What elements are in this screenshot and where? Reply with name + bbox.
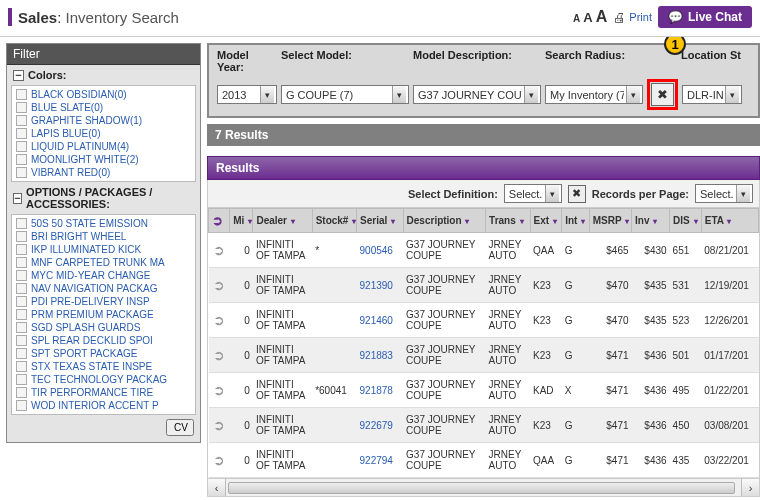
cell-serial[interactable]: 922794 bbox=[357, 443, 404, 478]
checkbox-icon[interactable] bbox=[16, 128, 27, 139]
scroll-left-button[interactable]: ‹ bbox=[208, 479, 226, 496]
filter-color-item[interactable]: MOONLIGHT WHITE(2) bbox=[14, 153, 193, 166]
checkbox-icon[interactable] bbox=[16, 231, 27, 242]
collapse-icon[interactable]: − bbox=[13, 70, 24, 81]
filter-option-item[interactable]: NAV NAVIGATION PACKAG bbox=[14, 282, 193, 295]
row-go-button[interactable]: ➲ bbox=[209, 373, 230, 408]
filter-option-item[interactable]: MNF CARPETED TRUNK MA bbox=[14, 256, 193, 269]
row-go-button[interactable]: ➲ bbox=[209, 408, 230, 443]
checkbox-icon[interactable] bbox=[16, 167, 27, 178]
filter-option-item[interactable]: TIR PERFORMANCE TIRE bbox=[14, 386, 193, 399]
filter-option-item[interactable]: SPL REAR DECKLID SPOI bbox=[14, 334, 193, 347]
checkbox-icon[interactable] bbox=[16, 154, 27, 165]
filter-color-item[interactable]: LIQUID PLATINUM(4) bbox=[14, 140, 193, 153]
column-header[interactable]: Trans ▾ bbox=[486, 209, 530, 233]
filter-option-item[interactable]: WOD INTERIOR ACCENT P bbox=[14, 399, 193, 412]
cell-serial[interactable]: 921878 bbox=[357, 373, 404, 408]
select-definition-select[interactable]: Select...▾ bbox=[504, 184, 562, 203]
filter-color-item[interactable]: BLACK OBSIDIAN(0) bbox=[14, 88, 193, 101]
model-year-select[interactable]: 2013▾ bbox=[217, 85, 277, 104]
cell-dealer: INFINITI OF TAMPA bbox=[253, 268, 312, 303]
column-header[interactable]: Dealer ▾ bbox=[253, 209, 312, 233]
row-go-button[interactable]: ➲ bbox=[209, 303, 230, 338]
grid-settings-button[interactable]: ✖ bbox=[568, 185, 586, 203]
checkbox-icon[interactable] bbox=[16, 309, 27, 320]
checkbox-icon[interactable] bbox=[16, 115, 27, 126]
filter-options-header[interactable]: − OPTIONS / PACKAGES / ACCESSORIES: bbox=[7, 182, 200, 214]
model-description-select[interactable]: G37 JOURNEY COUPE (7)▾ bbox=[413, 85, 541, 104]
filter-color-item[interactable]: GRAPHITE SHADOW(1) bbox=[14, 114, 193, 127]
checkbox-icon[interactable] bbox=[16, 335, 27, 346]
cell-serial[interactable]: 921460 bbox=[357, 303, 404, 338]
checkbox-icon[interactable] bbox=[16, 102, 27, 113]
radius-settings-button[interactable]: ✖ bbox=[651, 83, 674, 106]
filter-colors-list[interactable]: BLACK OBSIDIAN(0)BLUE SLATE(0)GRAPHITE S… bbox=[11, 85, 196, 182]
row-go-button[interactable]: ➲ bbox=[209, 233, 230, 268]
model-select[interactable]: G COUPE (7)▾ bbox=[281, 85, 409, 104]
column-header[interactable]: Description ▾ bbox=[403, 209, 486, 233]
filter-option-item[interactable]: BRI BRIGHT WHEEL bbox=[14, 230, 193, 243]
collapse-icon[interactable]: − bbox=[13, 193, 22, 204]
horizontal-scrollbar[interactable]: ‹ › bbox=[207, 479, 760, 497]
column-header[interactable]: ETA ▾ bbox=[701, 209, 758, 233]
checkbox-icon[interactable] bbox=[16, 270, 27, 281]
checkbox-icon[interactable] bbox=[16, 283, 27, 294]
column-header[interactable]: Stock# ▾ bbox=[312, 209, 356, 233]
filter-option-item[interactable]: PDI PRE-DELIVERY INSP bbox=[14, 295, 193, 308]
cell-serial[interactable]: 900546 bbox=[357, 233, 404, 268]
filter-color-item[interactable]: BLUE SLATE(0) bbox=[14, 101, 193, 114]
search-radius-select[interactable]: My Inventory (7)▾ bbox=[545, 85, 643, 104]
column-header[interactable]: Mi ▾ bbox=[230, 209, 253, 233]
records-per-page-select[interactable]: Select...▾ bbox=[695, 184, 753, 203]
checkbox-icon[interactable] bbox=[16, 374, 27, 385]
scroll-thumb[interactable] bbox=[228, 482, 735, 494]
cell-serial[interactable]: 922679 bbox=[357, 408, 404, 443]
column-header[interactable]: ➲ bbox=[209, 209, 230, 233]
live-chat-button[interactable]: 💬 Live Chat bbox=[658, 6, 752, 28]
column-header[interactable]: DIS ▾ bbox=[670, 209, 702, 233]
filter-option-item[interactable]: SPT SPORT PACKAGE bbox=[14, 347, 193, 360]
font-size-large[interactable]: A bbox=[596, 8, 608, 25]
row-go-button[interactable]: ➲ bbox=[209, 268, 230, 303]
font-size-small[interactable]: A bbox=[573, 13, 580, 24]
cell-serial[interactable]: 921883 bbox=[357, 338, 404, 373]
checkbox-icon[interactable] bbox=[16, 141, 27, 152]
filter-color-item[interactable]: VIBRANT RED(0) bbox=[14, 166, 193, 179]
checkbox-icon[interactable] bbox=[16, 296, 27, 307]
filter-option-item[interactable]: SGD SPLASH GUARDS bbox=[14, 321, 193, 334]
filter-colors-header[interactable]: − Colors: bbox=[7, 65, 200, 85]
checkbox-icon[interactable] bbox=[16, 244, 27, 255]
scroll-right-button[interactable]: › bbox=[741, 479, 759, 496]
filter-options-list[interactable]: 50S 50 STATE EMISSIONBRI BRIGHT WHEELIKP… bbox=[11, 214, 196, 415]
checkbox-icon[interactable] bbox=[16, 89, 27, 100]
sort-icon: ▾ bbox=[727, 217, 731, 226]
row-go-button[interactable]: ➲ bbox=[209, 443, 230, 478]
checkbox-icon[interactable] bbox=[16, 348, 27, 359]
font-size-medium[interactable]: A bbox=[583, 10, 592, 25]
location-status-select[interactable]: DLR-INV (7)▾ bbox=[682, 85, 742, 104]
column-header[interactable]: Inv ▾ bbox=[632, 209, 670, 233]
column-header[interactable]: Ext ▾ bbox=[530, 209, 562, 233]
column-header[interactable]: Serial ▾ bbox=[357, 209, 404, 233]
checkbox-icon[interactable] bbox=[16, 387, 27, 398]
filter-item-label: MNF CARPETED TRUNK MA bbox=[31, 257, 165, 268]
checkbox-icon[interactable] bbox=[16, 400, 27, 411]
column-header[interactable]: Int ▾ bbox=[562, 209, 590, 233]
filter-color-item[interactable]: LAPIS BLUE(0) bbox=[14, 127, 193, 140]
checkbox-icon[interactable] bbox=[16, 322, 27, 333]
checkbox-icon[interactable] bbox=[16, 361, 27, 372]
column-header[interactable]: MSRP ▾ bbox=[589, 209, 631, 233]
filter-option-item[interactable]: MYC MID-YEAR CHANGE bbox=[14, 269, 193, 282]
cell-description: G37 JOURNEY COUPE bbox=[403, 233, 486, 268]
row-go-button[interactable]: ➲ bbox=[209, 338, 230, 373]
print-link[interactable]: Print bbox=[613, 10, 652, 25]
cv-button[interactable]: CV bbox=[166, 419, 194, 436]
filter-option-item[interactable]: STX TEXAS STATE INSPE bbox=[14, 360, 193, 373]
filter-option-item[interactable]: IKP ILLUMINATED KICK bbox=[14, 243, 193, 256]
cell-serial[interactable]: 921390 bbox=[357, 268, 404, 303]
filter-option-item[interactable]: PRM PREMIUM PACKAGE bbox=[14, 308, 193, 321]
filter-option-item[interactable]: TEC TECHNOLOGY PACKAG bbox=[14, 373, 193, 386]
checkbox-icon[interactable] bbox=[16, 257, 27, 268]
checkbox-icon[interactable] bbox=[16, 218, 27, 229]
filter-option-item[interactable]: 50S 50 STATE EMISSION bbox=[14, 217, 193, 230]
